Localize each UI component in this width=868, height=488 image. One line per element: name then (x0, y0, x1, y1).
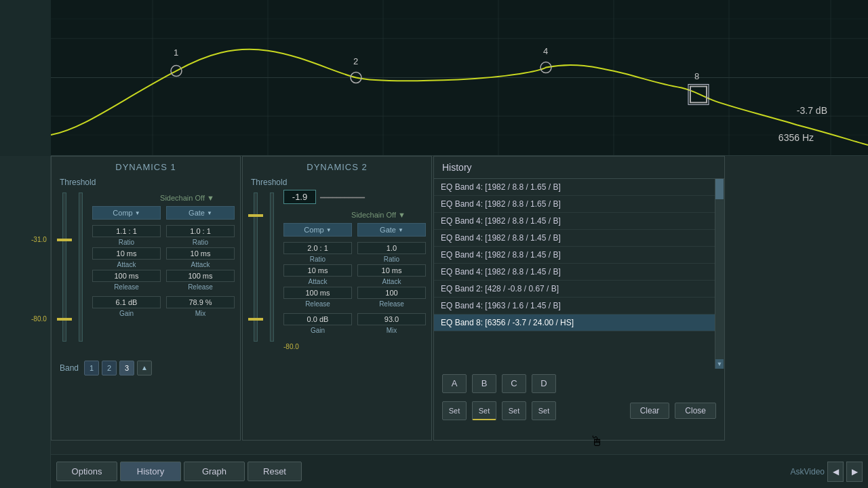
dynamics2-comp-ratio: 2.0 : 1 (283, 242, 352, 254)
svg-text:4: 4 (543, 46, 548, 56)
dynamics1-comp-btn[interactable]: Comp (92, 206, 161, 220)
band-btn-1[interactable]: 1 (84, 361, 99, 375)
history-item-7[interactable]: EQ Band 4: [1963 / 1.6 / 1.45 / B] (434, 298, 724, 314)
dynamics2-gate-ratio: 1.0 (357, 242, 426, 254)
preset-d-btn[interactable]: D (532, 374, 556, 393)
preset-buttons: A B C D (434, 369, 724, 399)
db-tooltip: -3.7 dB (797, 105, 827, 116)
dynamics1-comp-ratio-label: Ratio (92, 239, 161, 246)
history-item-8[interactable]: EQ Band 8: [6356 / -3.7 / 24.00 / HS] (434, 314, 724, 331)
band-btn-special[interactable]: ▲ (137, 361, 152, 375)
dynamics1-gate-release: 100 ms (166, 270, 235, 282)
dynamics1-comp-ratio: 1.1 : 1 (92, 225, 161, 237)
set-btn-3[interactable]: Set (502, 401, 526, 420)
dynamics1-mix-label: Mix (166, 310, 235, 317)
dynamics1-sidechain[interactable]: Sidechain Off ▼ (140, 190, 235, 206)
history-item-0[interactable]: EQ Band 4: [1982 / 8.8 / 1.65 / B] (434, 179, 724, 196)
bottom-toolbar: Options History Graph Reset AskVideo ◀ ▶ (51, 454, 868, 488)
dynamics2-threshold-bottom: -80.0 (283, 343, 299, 350)
dynamics2-sidechain[interactable]: Sidechain Off ▼ (331, 207, 426, 223)
history-list: EQ Band 4: [1982 / 8.8 / 1.65 / B]EQ Ban… (434, 179, 724, 369)
askvideo-badge: AskVideo (791, 467, 825, 476)
eq-graph[interactable]: 1 2 4 8 -3.7 dB 6356 Hz (51, 0, 868, 156)
dynamics1-comp-release-label: Release (92, 283, 161, 291)
history-btn[interactable]: History (120, 462, 181, 481)
svg-text:8: 8 (694, 72, 699, 82)
dynamics2-panel: DYNAMICS 2 Threshold -1.9 ━━━━━━━━━━━ (242, 156, 432, 441)
band-btn-2[interactable]: 2 (102, 361, 117, 375)
dynamics1-panel: DYNAMICS 1 Threshold -31.0 -80.0 Side (51, 156, 241, 441)
nav-prev-btn[interactable]: ◀ (827, 462, 844, 482)
svg-text:2: 2 (353, 56, 358, 66)
close-btn[interactable]: Close (675, 403, 716, 419)
action-buttons-row: Set Set Set Set Clear Close (434, 399, 724, 423)
clear-btn[interactable]: Clear (630, 403, 670, 419)
graph-btn[interactable]: Graph (184, 462, 245, 481)
set-btn-2[interactable]: Set (472, 401, 496, 420)
dynamics1-threshold-val: -31.0 (31, 236, 47, 243)
history-item-5[interactable]: EQ Band 4: [1982 / 8.8 / 1.45 / B] (434, 264, 724, 281)
dynamics1-gate-attack: 10 ms (166, 247, 235, 260)
dynamics1-comp-attack: 10 ms (92, 247, 161, 260)
dynamics1-gate-ratio-label: Ratio (166, 239, 235, 246)
scrollbar-down[interactable]: ▼ (715, 359, 724, 369)
dynamics2-gate-btn[interactable]: Gate (357, 223, 426, 237)
dynamics1-title: DYNAMICS 1 (52, 157, 240, 178)
history-item-1[interactable]: EQ Band 4: [1982 / 8.8 / 1.65 / B] (434, 196, 724, 213)
preset-c-btn[interactable]: C (502, 374, 526, 393)
dynamics1-threshold-label: Threshold (52, 178, 240, 187)
hz-tooltip: 6356 Hz (778, 132, 814, 143)
dynamics1-gain-label: Gain (92, 310, 161, 317)
dynamics1-gain: 6.1 dB (92, 296, 161, 308)
dynamics1-gate-ratio: 1.0 : 1 (166, 225, 235, 237)
history-item-4[interactable]: EQ Band 4: [1982 / 8.8 / 1.45 / B] (434, 247, 724, 264)
band-btn-3[interactable]: 3 (119, 361, 134, 375)
preset-a-btn[interactable]: A (442, 374, 467, 393)
dynamics2-title: DYNAMICS 2 (243, 157, 431, 178)
dynamics1-mix: 78.9 % (166, 296, 235, 308)
eq-curve: 1 2 4 8 (51, 0, 868, 155)
history-item-6[interactable]: EQ Band 2: [428 / -0.8 / 0.67 / B] (434, 281, 724, 298)
history-item-3[interactable]: EQ Band 4: [1982 / 8.8 / 1.45 / B] (434, 230, 724, 247)
set-btn-4[interactable]: Set (532, 401, 556, 420)
nav-next-btn[interactable]: ▶ (846, 462, 863, 482)
history-scrollbar[interactable]: ▲▼ (715, 179, 724, 369)
dynamics1-comp-release: 100 ms (92, 270, 161, 282)
dynamics2-threshold-input[interactable]: -1.9 (283, 190, 316, 204)
dynamics1-threshold-bottom: -80.0 (31, 315, 47, 323)
dynamics1-gate-attack-label: Attack (166, 261, 235, 268)
dynamics1-comp-attack-label: Attack (92, 261, 161, 268)
set-btn-1[interactable]: Set (442, 401, 467, 420)
preset-b-btn[interactable]: B (472, 374, 496, 393)
reset-btn[interactable]: Reset (248, 462, 302, 481)
history-item-2[interactable]: EQ Band 4: [1982 / 8.8 / 1.45 / B] (434, 213, 724, 230)
history-panel: History EQ Band 4: [1982 / 8.8 / 1.65 / … (433, 156, 725, 441)
dynamics1-gate-btn[interactable]: Gate (166, 206, 235, 220)
history-title: History (434, 157, 724, 179)
svg-text:1: 1 (174, 47, 178, 58)
band-label: Band (60, 363, 79, 373)
options-btn[interactable]: Options (56, 462, 117, 481)
dynamics2-threshold-label: Threshold (243, 178, 431, 187)
dynamics2-comp-btn[interactable]: Comp (283, 223, 352, 237)
scrollbar-thumb[interactable] (715, 179, 724, 199)
bottom-area: DYNAMICS 1 Threshold -31.0 -80.0 Side (51, 156, 868, 488)
dynamics1-gate-release-label: Release (166, 283, 235, 291)
